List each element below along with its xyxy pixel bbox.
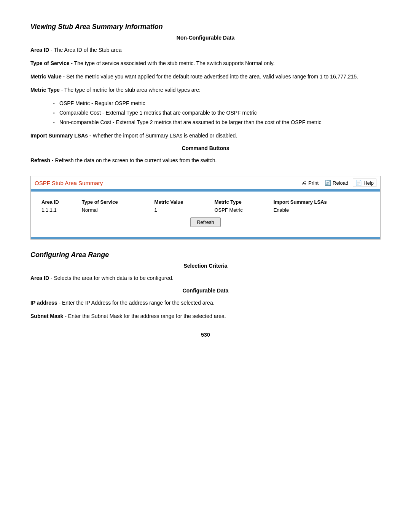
area-id-sel-para: Area ID - Selects the area for which dat… [30,274,381,282]
section1: Viewing Stub Area Summary Information No… [30,23,381,165]
area-id-desc-text: The Area ID of the Stub area [54,47,121,53]
refresh-sep: - [52,157,55,163]
type-of-service-para: Type of Service - The type of service as… [30,59,381,67]
refresh-desc: Refresh the data on the screen to the cu… [55,157,217,163]
col-metric-value: Metric Value [151,198,212,206]
cell-metric-value: 1 [151,206,212,214]
type-of-service-desc: The type of service associated with the … [74,60,275,66]
panel-title: OSPF Stub Area Summary [35,180,103,186]
subnet-mask-label: Subnet Mask [30,313,63,319]
ip-address-label: IP address [30,300,57,306]
cell-metric-type: OSPF Metric [211,206,270,214]
metric-type-para: Metric Type - The type of metric for the… [30,86,381,94]
metric-type-desc: The type of metric for the stub area whe… [64,87,201,93]
ip-address-desc: Enter the IP Address for the address ran… [62,300,215,306]
area-id-sel-desc: Selects the area for which data is to be… [54,275,173,281]
help-button[interactable]: Help [353,179,376,187]
bullet-item-3: Non-comparable Cost - External Type 2 me… [53,118,381,126]
metric-value-sep: - [63,73,67,80]
bullet-item-1: OSPF Metric - Regular OSPF metric [53,99,381,107]
command-buttons-heading: Command Buttons [30,145,381,151]
ip-address-sep: - [59,300,62,306]
print-button[interactable]: Print [300,179,320,187]
import-summary-label: Import Summary LSAs [30,133,88,139]
panel-refresh-button[interactable]: Refresh [190,217,221,227]
panel-actions: Print Reload Help [300,179,376,187]
section1-title: Viewing Stub Area Summary Information [30,23,381,31]
refresh-para: Refresh - Refresh the data on the screen… [30,157,381,165]
cell-import-summary: Enable [271,206,373,214]
section2: Configuring Area Range Selection Criteri… [30,251,381,320]
non-configurable-heading: Non-Configurable Data [30,35,381,41]
reload-button[interactable]: Reload [323,179,350,187]
page-number: 530 [30,332,381,338]
reload-icon [325,180,331,186]
table-row: 1.1.1.1 Normal 1 OSPF Metric Enable [38,206,373,214]
col-import-summary: Import Summary LSAs [271,198,373,206]
type-of-service-sep: - [71,60,74,66]
table-header-row: Area ID Type of Service Metric Value Met… [38,198,373,206]
configurable-data-heading: Configurable Data [30,288,381,294]
area-id-sel-label: Area ID [30,275,49,281]
panel-content: Area ID Type of Service Metric Value Met… [31,192,380,237]
metric-value-para: Metric Value - Set the metric value you … [30,73,381,81]
selection-criteria-heading: Selection Criteria [30,263,381,269]
type-of-service-label: Type of Service [30,60,69,66]
metric-value-label: Metric Value [30,73,62,80]
area-id-label: Area ID [30,47,49,53]
ip-address-para: IP address - Enter the IP Address for th… [30,299,381,307]
metric-type-sep: - [61,87,64,93]
metric-value-desc: Set the metric value you want applied fo… [66,73,358,80]
reload-label: Reload [333,180,348,186]
panel-header: OSPF Stub Area Summary Print Reload Help [31,176,380,189]
area-id-para: Area ID - The Area ID of the Stub area [30,46,381,54]
print-icon [301,180,307,186]
bullet-item-2: Comparable Cost - External Type 1 metric… [53,109,381,117]
ospf-stub-area-summary-panel: OSPF Stub Area Summary Print Reload Help… [30,176,381,240]
help-icon [355,180,362,186]
cell-type-of-service: Normal [79,206,151,214]
section2-title: Configuring Area Range [30,251,381,259]
cell-area-id: 1.1.1.1 [38,206,79,214]
print-label: Print [308,180,319,186]
subnet-mask-para: Subnet Mask - Enter the Subnet Mask for … [30,312,381,320]
area-id-desc: - [51,47,54,53]
help-label: Help [363,180,374,186]
refresh-label: Refresh [30,157,50,163]
stub-area-table: Area ID Type of Service Metric Value Met… [38,198,373,214]
col-type-of-service: Type of Service [79,198,151,206]
col-metric-type: Metric Type [211,198,270,206]
metric-type-label: Metric Type [30,87,60,93]
import-summary-para: Import Summary LSAs - Whether the import… [30,132,381,140]
subnet-mask-sep: - [65,313,68,319]
panel-footer: Refresh [38,214,373,231]
col-area-id: Area ID [38,198,79,206]
panel-bottom-blue-bar [31,237,380,239]
metric-type-bullets: OSPF Metric - Regular OSPF metric Compar… [53,99,381,126]
subnet-mask-desc: Enter the Subnet Mask for the address ra… [68,313,226,319]
import-summary-desc: Whether the import of Summary LSAs is en… [92,133,237,139]
